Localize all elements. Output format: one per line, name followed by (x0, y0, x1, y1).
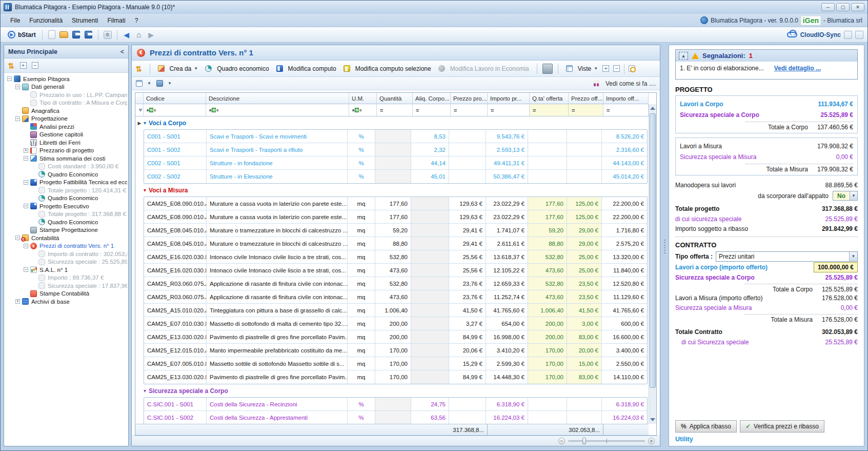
modifica-computo-button[interactable]: Modifica computo (273, 64, 340, 74)
plus-expander-icon[interactable]: + (24, 148, 28, 153)
filter-cell[interactable]: = (569, 104, 603, 116)
tree-item[interactable]: −Contabilità (5, 234, 127, 242)
minus-expander-icon[interactable]: − (24, 267, 28, 272)
tree-item[interactable]: −S.A.L. n° 1 (5, 266, 127, 274)
tree-item[interactable]: −Progetto Fattibilità Tecnica ed econo (5, 179, 127, 187)
modifica-computo-selezione-button[interactable]: Modifica computo selezione (340, 64, 435, 74)
tree-item[interactable]: Importo di contratto : 302.053,89 € (5, 250, 127, 258)
filter-cell[interactable]: = (451, 104, 488, 116)
group-row-corpo[interactable]: ▶▾Voci a Corpo (135, 116, 649, 129)
scroll-down-icon[interactable] (650, 418, 655, 421)
table-row[interactable]: C002 - S002Strutture - in Elevazione%45,… (144, 170, 647, 183)
minus-expander-icon[interactable]: − (24, 204, 28, 208)
minimize-button[interactable]: ─ (821, 3, 835, 11)
sync-report-icon[interactable] (855, 31, 863, 39)
tree-item[interactable]: Costi standard : 3.950,00 € (5, 163, 127, 171)
tree-item[interactable]: Quadro Economico (5, 170, 127, 179)
filter-cell[interactable]: = (488, 104, 530, 116)
cloud-sync[interactable]: CloudIO-Sync (787, 31, 863, 39)
table-row[interactable]: CAM25_E13.030.020.RPavimento di piastrel… (144, 330, 647, 344)
forward-icon[interactable]: ▶ (146, 30, 156, 40)
table-row[interactable]: CAM25_R03.060.075.AApplicazione di rasan… (144, 290, 647, 304)
tree-item[interactable]: Gestione capitoli (5, 131, 127, 139)
tree-item[interactable]: Libretti dei Ferri (5, 139, 127, 147)
refresh-icon[interactable]: ⇄ (7, 62, 16, 69)
tree-item[interactable]: Totale progetto : 317.368,88 € (5, 210, 127, 219)
close-button[interactable]: ✕ (851, 3, 864, 11)
export-icon[interactable] (156, 80, 163, 87)
collapse-group-icon[interactable]: ▾ (144, 120, 146, 126)
table-row[interactable]: CAM25_A15.010.020.ATinteggiatura con pit… (144, 304, 647, 317)
tree-item[interactable]: −Stima sommaria dei costi (5, 154, 127, 163)
print-icon[interactable] (542, 64, 553, 74)
open-folder-icon[interactable] (59, 30, 69, 40)
table-row[interactable]: CAM25_E12.015.010.AManto impermeabile pr… (144, 344, 647, 357)
expand-groups-icon[interactable]: + (602, 65, 609, 72)
minus-expander-icon[interactable]: − (15, 116, 20, 121)
preview-icon[interactable] (629, 65, 635, 72)
column-header-descrizione[interactable]: Descrizione (206, 93, 349, 104)
table-row[interactable]: C001 - S001Scavi e Trasporti - Scavi e m… (144, 130, 647, 143)
table-row[interactable]: CAM25_E08.090.010.AMurature a cassa vuot… (144, 197, 647, 210)
menu-item-[interactable]: ? (130, 15, 143, 26)
tree-item[interactable]: −Progetto Esecutivo (5, 202, 127, 210)
grid-dropdown-icon[interactable]: ▼ (147, 81, 151, 86)
table-row[interactable]: CAM25_E07.010.030.BMassetto di sottofond… (144, 317, 647, 330)
menu-item-funzionalit[interactable]: Funzionalità (25, 15, 67, 26)
tree-item[interactable]: Sicurezza speciale : 17.837,96 € (5, 282, 127, 290)
tree-item[interactable]: Stampe Progettazione (5, 226, 127, 234)
tree-item[interactable]: Totale progetto : 120.414,31 € (5, 186, 127, 194)
column-header-q-ta-offerta[interactable]: Q.ta' offerta (530, 93, 569, 104)
applica-ribasso-button[interactable]: % Applica ribasso (675, 420, 737, 433)
tree-item[interactable]: Quadro Economico (5, 218, 127, 226)
crea-da-button[interactable]: Crea da▼ (154, 64, 202, 74)
column-header-aliq-corpo-[interactable]: Aliq. Corpo... (413, 93, 451, 104)
table-row[interactable]: CAM25_E08.045.010.AMurature o tramezzatu… (144, 237, 647, 250)
tree-item[interactable]: +Archivi di base (5, 298, 127, 306)
tree-item[interactable]: Sicurezza speciale : 25.525,89 € (5, 258, 127, 266)
table-row[interactable]: CAM25_E08.045.010.AMurature o tramezzatu… (144, 224, 647, 237)
column-header-quantit-[interactable]: Quantità (377, 93, 413, 104)
column-header-prezzo-pro-[interactable]: Prezzo pro... (451, 93, 488, 104)
tipo-offerta-dropdown[interactable]: Prezzi unitari ▼ (716, 251, 858, 262)
table-filter-row[interactable]: aBcaBcaBc======= (135, 104, 649, 116)
verifica-prezzi-button[interactable]: ✓ Verifica prezzi e ribasso (740, 420, 824, 433)
menu-item-strumenti[interactable]: Strumenti (67, 15, 103, 26)
table-row[interactable]: C001 - S002Scavi e Trasporti - Trasporti… (144, 143, 647, 156)
table-row[interactable]: C.SIC.001 - S002Costi della Sicurezza - … (144, 411, 647, 424)
tree-item[interactable]: Importo : 89.736,37 € (5, 274, 127, 282)
minus-expander-icon[interactable]: − (7, 76, 12, 81)
minus-expander-icon[interactable]: − (24, 244, 28, 248)
viste-button[interactable]: Viste▼ (562, 64, 601, 74)
tree-item[interactable]: −Dati generali (5, 83, 127, 91)
tree-item[interactable]: Tipo di contratto : A Misura e Corpo (5, 99, 127, 107)
vertical-scrollbar[interactable] (649, 104, 656, 424)
bstart-button[interactable]: ▶ bStart (5, 30, 39, 40)
tree-item[interactable]: Analisi prezzi (5, 123, 127, 131)
filter-cell[interactable]: aBc (349, 104, 377, 116)
grid-options-icon[interactable] (136, 80, 143, 87)
column-header-codice[interactable]: Codice (144, 93, 206, 104)
table-row[interactable]: CAM25_E08.090.010.AMurature a cassa vuot… (144, 210, 647, 224)
filter-cell[interactable]: = (377, 104, 413, 116)
home-icon[interactable]: ⌂ (134, 30, 144, 40)
table-row[interactable]: C002 - S001Strutture - in fondazione%44,… (144, 156, 647, 170)
refresh-icon[interactable]: ⇄ (134, 65, 144, 72)
vedi-come-si-fa-link[interactable]: Vedi come si fa .... (593, 80, 656, 87)
utility-link[interactable]: Utility (675, 436, 858, 443)
table-row[interactable]: CAM25_E07.005.010.BMassetto sottile di s… (144, 357, 647, 370)
table-row[interactable]: CAM25_E13.030.020.RPavimento di piastrel… (144, 370, 647, 384)
collapse-segnalazioni-icon[interactable]: ▲ (679, 52, 688, 60)
save-as-icon[interactable] (84, 30, 94, 40)
filter-cell[interactable]: aBc (144, 104, 206, 116)
minus-expander-icon[interactable]: − (24, 156, 28, 161)
collapse-groups-icon[interactable]: − (613, 65, 620, 72)
group-row-misura[interactable]: ▾Voci a Misura (135, 184, 649, 197)
tree-item[interactable]: −Esempio Pitagora (5, 75, 127, 83)
panel-splitter[interactable] (663, 45, 666, 446)
plus-expander-icon[interactable]: + (15, 299, 20, 304)
scrollbar-thumb[interactable] (650, 113, 656, 388)
table-row[interactable]: C.SIC.001 - S001Costi della Sicurezza - … (144, 398, 647, 411)
scorporare-dropdown[interactable]: No ▼ (833, 191, 858, 201)
vedi-dettaglio-link[interactable]: Vedi dettaglio ... (774, 65, 821, 72)
